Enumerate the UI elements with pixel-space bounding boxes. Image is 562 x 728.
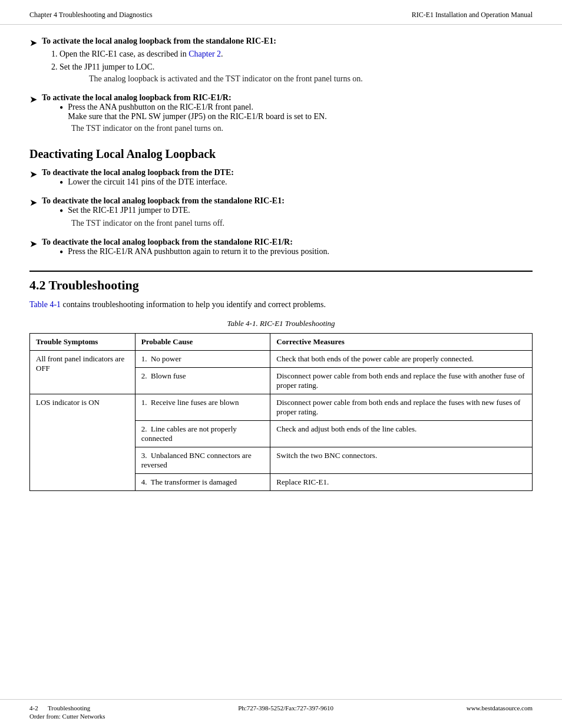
col-header-symptoms: Trouble Symptoms (30, 334, 135, 351)
bullet-item-1-text: Press the ANA pushbutton on the RIC-E1/R… (68, 103, 326, 121)
col-header-measures: Corrective Measures (270, 334, 533, 351)
cause-1-1: 1. No power (135, 351, 270, 368)
activate-ricr-sub: The TST indicator on the front panel tur… (71, 124, 533, 133)
deactivate-dte-bullet-1-text: Lower the circuit 141 pins of the DTE in… (68, 177, 227, 187)
col-header-cause: Probable Cause (135, 334, 270, 351)
bullet-item-1: • Press the ANA pushbutton on the RIC-E1… (59, 103, 533, 121)
deactivate-dte-bullets: • Lower the circuit 141 pins of the DTE … (59, 177, 533, 188)
header-left: Chapter 4 Troubleshooting and Diagnostic… (29, 11, 153, 19)
deactivate-standalone-bullets: • Set the RIC-E1 JP11 jumper to DTE. (59, 206, 533, 216)
footer-center: Ph:727-398-5252/Fax:727-397-9610 (238, 704, 333, 720)
deactivate-ricr-section: ➤ To deactivate the local analog loopbac… (29, 238, 533, 260)
footer-left: 4-2 Troubleshooting Order from: Cutter N… (29, 704, 105, 720)
deactivate-ricr-bullet-1: • Press the RIC-E1/R ANA pushbutton agai… (59, 247, 533, 258)
page-header: Chapter 4 Troubleshooting and Diagnostic… (0, 0, 562, 25)
activate-standalone-steps: Open the RIC-E1 case, as described in Ch… (59, 50, 533, 84)
page-footer: 4-2 Troubleshooting Order from: Cutter N… (0, 699, 562, 728)
step-2: Set the JP11 jumper to LOC. The analog l… (59, 62, 533, 84)
table-4-1-link[interactable]: Table 4-1 (29, 300, 61, 309)
deactivate-standalone-content: To deactivate the local analog loopback … (42, 196, 533, 232)
arrow-icon-3: ➤ (29, 169, 37, 180)
deactivate-ricr-bullet-1-text: Press the RIC-E1/R ANA pushbutton again … (68, 247, 329, 256)
bullet-dot: • (59, 103, 63, 113)
deactivate-dte-heading: To deactivate the local analog loopback … (42, 168, 234, 177)
arrow-icon-4: ➤ (29, 197, 37, 208)
activate-ricr-bullets: • Press the ANA pushbutton on the RIC-E1… (59, 103, 533, 121)
measure-1-1: Check that both ends of the power cable … (270, 351, 533, 368)
symptom-2: LOS indicator is ON (30, 394, 135, 491)
step-2-sub: The analog loopback is activated and the… (89, 74, 533, 84)
measure-2-3: Switch the two BNC connectors. (270, 447, 533, 474)
cause-2-1: 1. Receive line fuses are blown (135, 394, 270, 421)
footer-page-label: 4-2 (29, 704, 38, 711)
measure-2-1: Disconnect power cable from both ends an… (270, 394, 533, 421)
deactivate-dte-bullet-1: • Lower the circuit 141 pins of the DTE … (59, 177, 533, 188)
section42-intro-text: contains troubleshooting information to … (61, 300, 326, 309)
footer-order: Order from: Cutter Networks (29, 713, 105, 720)
bullet-dot-4: • (59, 247, 63, 258)
header-right: RIC-E1 Installation and Operation Manual (412, 11, 533, 19)
deactivate-standalone-sub: The TST indicator on the front panel tur… (71, 219, 533, 228)
main-content: ➤ To activate the local analog loopback … (0, 25, 562, 699)
footer-section-label: Troubleshooting (48, 704, 90, 711)
section-divider (29, 271, 533, 272)
page: Chapter 4 Troubleshooting and Diagnostic… (0, 0, 562, 728)
cause-2-3: 3. Unbalanced BNC connectors are reverse… (135, 447, 270, 474)
deactivate-dte-section: ➤ To deactivate the local analog loopbac… (29, 168, 533, 190)
arrow-icon-5: ➤ (29, 238, 37, 249)
section42-intro: Table 4-1 contains troubleshooting infor… (29, 300, 533, 309)
deactivate-ricr-content: To deactivate the local analog loopback … (42, 238, 533, 260)
activate-ricr-heading: To activate the local analog loopback fr… (42, 93, 232, 102)
step-2-text: Set the JP11 jumper to LOC. (59, 62, 154, 71)
arrow-icon: ➤ (29, 37, 37, 48)
symptom-1: All front panel indicators are OFF (30, 351, 135, 394)
cause-2-4: 4. The transformer is damaged (135, 474, 270, 491)
cause-1-2: 2. Blown fuse (135, 368, 270, 394)
activate-ricr-section: ➤ To activate the local analog loopback … (29, 93, 533, 137)
table-row: LOS indicator is ON 1. Receive line fuse… (30, 394, 533, 421)
deactivate-dte-content: To deactivate the local analog loopback … (42, 168, 533, 190)
step-1: Open the RIC-E1 case, as described in Ch… (59, 50, 533, 59)
table-header-row: Trouble Symptoms Probable Cause Correcti… (30, 334, 533, 351)
deactivate-standalone-section: ➤ To deactivate the local analog loopbac… (29, 196, 533, 232)
deactivate-ricr-bullets: • Press the RIC-E1/R ANA pushbutton agai… (59, 247, 533, 258)
deactivate-standalone-bullet-1-text: Set the RIC-E1 JP11 jumper to DTE. (68, 206, 190, 215)
section42-title: 4.2 Troubleshooting (29, 278, 533, 293)
measure-2-2: Check and adjust both ends of the line c… (270, 421, 533, 447)
deactivate-ricr-heading: To deactivate the local analog loopback … (42, 238, 293, 246)
deactivate-standalone-heading: To deactivate the local analog loopback … (42, 196, 285, 205)
deactivating-heading: Deactivating Local Analog Loopback (29, 147, 533, 161)
bullet-dot-3: • (59, 206, 63, 216)
table-row: All front panel indicators are OFF 1. No… (30, 351, 533, 368)
measure-1-2: Disconnect power cable from both ends an… (270, 368, 533, 394)
activate-standalone-section: ➤ To activate the local analog loopback … (29, 37, 533, 87)
bullet-dot-2: • (59, 177, 63, 188)
measure-2-4: Replace RIC-E1. (270, 474, 533, 491)
activate-ricr-content: To activate the local analog loopback fr… (42, 93, 533, 137)
footer-page-section: 4-2 Troubleshooting (29, 704, 105, 711)
footer-website: www.bestdatasource.com (467, 704, 533, 720)
arrow-icon-2: ➤ (29, 94, 37, 105)
activate-standalone-heading: To activate the local analog loopback fr… (42, 37, 276, 45)
step-1-text: Open the RIC-E1 case, as described in Ch… (59, 50, 223, 58)
deactivate-standalone-bullet-1: • Set the RIC-E1 JP11 jumper to DTE. (59, 206, 533, 216)
chapter2-link[interactable]: Chapter 2 (189, 50, 221, 58)
troubleshooting-table: Trouble Symptoms Probable Cause Correcti… (29, 333, 533, 491)
cause-2-2: 2. Line cables are not properly connecte… (135, 421, 270, 447)
table-title: Table 4-1. RIC-E1 Troubleshooting (29, 319, 533, 328)
activate-standalone-content: To activate the local analog loopback fr… (42, 37, 533, 87)
